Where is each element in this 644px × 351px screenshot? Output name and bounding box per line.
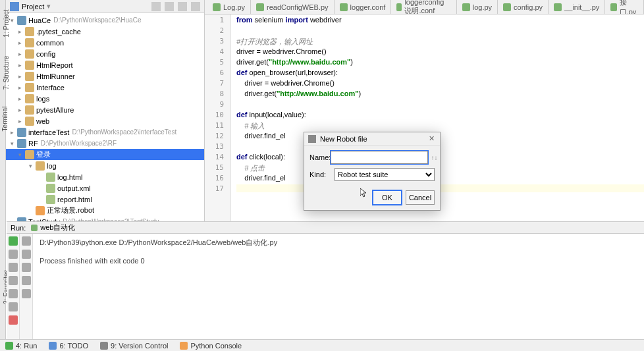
tree-label: report.html	[57, 196, 92, 203]
kind-label: Kind:	[309, 171, 335, 178]
line-number: 2	[205, 26, 230, 37]
hide-icon[interactable]	[191, 2, 200, 11]
scroll-icon[interactable]	[22, 276, 31, 285]
tree-item[interactable]: ▸interfaceTestD:\PythonWorkspace2\interf…	[6, 126, 204, 138]
folder-icon	[25, 94, 34, 103]
file-icon	[610, 3, 616, 11]
chevron-icon[interactable]: ▾	[9, 140, 15, 147]
tree-label: common	[36, 39, 64, 47]
editor-tab[interactable]: log.py	[457, 0, 498, 14]
line-number: 17	[205, 184, 230, 195]
run-icon	[5, 342, 13, 350]
tree-item[interactable]: ▾log	[6, 160, 204, 171]
tree-label: log.html	[57, 173, 83, 181]
run-config-name[interactable]: web自动化	[40, 223, 75, 232]
chevron-icon[interactable]: ▸	[16, 28, 23, 35]
status-todo[interactable]: 6: TODO	[49, 342, 88, 350]
print-icon[interactable]	[9, 289, 18, 298]
tree-item[interactable]: ▾登录	[6, 149, 204, 160]
arrow-up-down-icon[interactable]: ↑↓	[431, 154, 437, 161]
tree-item[interactable]: ▾HuaCeD:\PythonWorkspace2\HuaCe	[6, 14, 204, 26]
pause-icon[interactable]	[9, 263, 18, 272]
editor-tab[interactable]: Log.py	[207, 0, 251, 14]
chevron-icon[interactable]: ▾	[27, 163, 34, 169]
chevron-icon[interactable]: ▸	[16, 73, 23, 80]
tree-item[interactable]: report.html	[6, 194, 204, 205]
editor-tab[interactable]: 接口.py	[605, 0, 644, 14]
tree-item[interactable]: output.xml	[6, 182, 204, 194]
kind-select[interactable]: Robot test suite	[335, 168, 435, 181]
chevron-icon[interactable]: ▸	[16, 95, 23, 102]
project-header-tools	[151, 2, 200, 11]
editor-tab[interactable]: __init__.py	[549, 0, 605, 14]
gear-icon[interactable]	[178, 2, 187, 11]
target-icon[interactable]	[165, 2, 174, 11]
console-output[interactable]: D:\Python39\python.exe D:/PythonWorkspac…	[33, 234, 644, 339]
chevron-icon[interactable]: ▸	[16, 62, 23, 68]
wrap-icon[interactable]	[22, 263, 31, 272]
editor-tab[interactable]: readConfigWEB.py	[251, 0, 335, 14]
up-icon[interactable]	[22, 236, 31, 246]
line-number: 15	[205, 163, 230, 174]
name-input[interactable]	[331, 151, 428, 164]
editor-tab[interactable]: logger.conf	[335, 0, 392, 14]
chevron-icon[interactable]: ▸	[16, 118, 23, 124]
editor-tab[interactable]: config.py	[498, 0, 549, 14]
chevron-icon[interactable]: ▸	[9, 129, 15, 136]
pin-icon[interactable]	[9, 302, 18, 311]
tree-label: HtmlRunner	[36, 72, 75, 80]
chevron-down-icon[interactable]: ▾	[47, 2, 51, 11]
tree-item[interactable]: ▾RFD:\PythonWorkspace2\RF	[6, 138, 204, 149]
tree-item[interactable]: ▸config	[6, 48, 204, 59]
chevron-icon[interactable]: ▸	[16, 40, 23, 46]
chevron-icon[interactable]: ▸	[16, 51, 23, 57]
tree-item[interactable]: ▸web	[6, 115, 204, 126]
terminal-tab[interactable]: Terminal	[1, 107, 9, 132]
line-number: 4	[205, 47, 230, 58]
tree-item[interactable]: ▸logs	[6, 93, 204, 104]
down-icon[interactable]	[22, 250, 31, 259]
status-run[interactable]: 4: Run	[5, 342, 37, 350]
tree-item[interactable]: 正常场景.robot	[6, 205, 204, 216]
tab-label: 接口.py	[620, 0, 638, 14]
folder-icon	[25, 117, 34, 126]
file-icon	[46, 184, 55, 193]
cancel-button[interactable]: Cancel	[406, 190, 435, 205]
tree-path: D:\PythonWorkspace2\interfaceTest	[72, 128, 176, 136]
ok-button[interactable]: OK	[373, 190, 402, 205]
folder-icon	[25, 83, 34, 92]
tree-item[interactable]: ▸HtmlRunner	[6, 70, 204, 82]
module-icon	[17, 16, 26, 25]
editor-tab[interactable]: loggerconfig说明.conf	[391, 0, 456, 14]
chevron-icon[interactable]: ▸	[16, 84, 23, 91]
left-tool-sidebar[interactable]: 1: Project 7: Structure Terminal 2: Favo…	[0, 0, 6, 351]
project-tab[interactable]: 1: Project	[3, 9, 10, 37]
chevron-icon[interactable]: ▸	[16, 107, 23, 113]
python-icon	[180, 342, 188, 350]
structure-tab[interactable]: 7: Structure	[3, 56, 10, 90]
tree-label: 登录	[36, 149, 51, 159]
tree-item[interactable]: ▸pytestAllure	[6, 104, 204, 115]
rerun-icon[interactable]	[9, 236, 18, 246]
status-vcs[interactable]: 9: Version Control	[100, 342, 168, 350]
close-icon[interactable]: ✕	[427, 134, 436, 143]
folder-icon	[25, 72, 34, 81]
layout-icon[interactable]	[9, 276, 18, 285]
project-header: Project ▾	[6, 0, 204, 13]
trash-icon[interactable]	[22, 289, 31, 298]
line-number: 14	[205, 153, 230, 163]
console-panel: Run: web自动化 D:\Python39\python.exe D:/Py…	[7, 221, 644, 339]
tab-label: loggerconfig说明.conf	[404, 0, 450, 14]
tree-item[interactable]: log.html	[6, 171, 204, 182]
tree-item[interactable]: ▸common	[6, 37, 204, 48]
tree-item[interactable]: ▸HtmlReport	[6, 59, 204, 70]
chevron-icon[interactable]: ▾	[16, 151, 23, 158]
close-icon[interactable]	[9, 315, 18, 325]
collapse-icon[interactable]	[151, 2, 161, 11]
status-bar: 4: Run 6: TODO 9: Version Control Python…	[0, 339, 644, 351]
status-python-console[interactable]: Python Console	[180, 342, 242, 350]
stop-icon[interactable]	[9, 250, 18, 259]
tab-label: log.py	[473, 3, 492, 11]
tree-item[interactable]: ▸Interface	[6, 82, 204, 93]
tree-item[interactable]: ▸.pytest_cache	[6, 26, 204, 37]
